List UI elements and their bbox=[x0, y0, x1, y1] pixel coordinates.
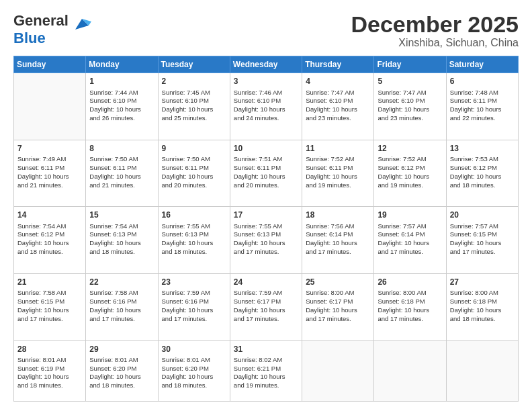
day-info: Sunrise: 7:47 AM Sunset: 6:10 PM Dayligh… bbox=[378, 89, 442, 123]
day-info: Sunrise: 7:46 AM Sunset: 6:10 PM Dayligh… bbox=[234, 89, 298, 123]
calendar-cell: 13Sunrise: 7:53 AM Sunset: 6:12 PM Dayli… bbox=[446, 140, 518, 207]
location: Xinshiba, Sichuan, China bbox=[351, 37, 519, 49]
calendar-table: Sunday Monday Tuesday Wednesday Thursday… bbox=[13, 56, 519, 402]
calendar-cell bbox=[302, 340, 374, 401]
day-info: Sunrise: 7:58 AM Sunset: 6:16 PM Dayligh… bbox=[89, 289, 154, 323]
day-number: 24 bbox=[234, 277, 298, 287]
day-number: 8 bbox=[89, 143, 154, 154]
day-info: Sunrise: 8:01 AM Sunset: 6:19 PM Dayligh… bbox=[17, 356, 82, 390]
day-info: Sunrise: 7:47 AM Sunset: 6:10 PM Dayligh… bbox=[306, 89, 370, 123]
logo: General Blue bbox=[13, 12, 91, 47]
day-info: Sunrise: 7:55 AM Sunset: 6:13 PM Dayligh… bbox=[234, 222, 298, 257]
day-number: 10 bbox=[234, 143, 298, 154]
day-info: Sunrise: 7:55 AM Sunset: 6:13 PM Dayligh… bbox=[162, 222, 226, 257]
calendar-week-5: 28Sunrise: 8:01 AM Sunset: 6:19 PM Dayli… bbox=[14, 340, 519, 401]
logo-text: General Blue bbox=[13, 12, 69, 47]
day-number: 20 bbox=[450, 210, 515, 220]
day-info: Sunrise: 7:59 AM Sunset: 6:16 PM Dayligh… bbox=[162, 289, 226, 323]
calendar-cell bbox=[374, 340, 446, 401]
calendar-cell: 31Sunrise: 8:02 AM Sunset: 6:21 PM Dayli… bbox=[230, 340, 302, 401]
calendar-cell: 3Sunrise: 7:46 AM Sunset: 6:10 PM Daylig… bbox=[230, 73, 302, 140]
day-info: Sunrise: 7:52 AM Sunset: 6:12 PM Dayligh… bbox=[378, 155, 442, 189]
day-number: 29 bbox=[89, 344, 154, 355]
calendar-cell: 20Sunrise: 7:57 AM Sunset: 6:15 PM Dayli… bbox=[446, 207, 518, 274]
day-info: Sunrise: 7:56 AM Sunset: 6:14 PM Dayligh… bbox=[306, 222, 370, 257]
day-number: 9 bbox=[162, 143, 226, 154]
day-number: 1 bbox=[89, 76, 154, 87]
calendar-week-2: 7Sunrise: 7:49 AM Sunset: 6:11 PM Daylig… bbox=[14, 140, 519, 207]
calendar-cell: 10Sunrise: 7:51 AM Sunset: 6:11 PM Dayli… bbox=[230, 140, 302, 207]
calendar-cell bbox=[446, 340, 518, 401]
calendar-cell: 25Sunrise: 8:00 AM Sunset: 6:17 PM Dayli… bbox=[302, 273, 374, 340]
day-info: Sunrise: 7:50 AM Sunset: 6:11 PM Dayligh… bbox=[89, 155, 154, 189]
day-number: 6 bbox=[450, 76, 515, 87]
day-number: 17 bbox=[234, 210, 298, 220]
day-info: Sunrise: 7:52 AM Sunset: 6:11 PM Dayligh… bbox=[306, 155, 370, 189]
calendar-cell: 28Sunrise: 8:01 AM Sunset: 6:19 PM Dayli… bbox=[14, 340, 86, 401]
day-info: Sunrise: 7:54 AM Sunset: 6:13 PM Dayligh… bbox=[89, 222, 154, 257]
day-number: 22 bbox=[89, 277, 154, 287]
day-number: 21 bbox=[17, 277, 82, 287]
day-info: Sunrise: 7:53 AM Sunset: 6:12 PM Dayligh… bbox=[450, 155, 515, 189]
page: General Blue December 2025 Xinshiba, Sic… bbox=[0, 0, 532, 411]
calendar-header-row: Sunday Monday Tuesday Wednesday Thursday… bbox=[14, 56, 519, 73]
col-sunday: Sunday bbox=[14, 56, 86, 73]
month-title: December 2025 bbox=[351, 12, 519, 37]
title-area: December 2025 Xinshiba, Sichuan, China bbox=[351, 12, 519, 49]
calendar-cell: 14Sunrise: 7:54 AM Sunset: 6:12 PM Dayli… bbox=[14, 207, 86, 274]
day-info: Sunrise: 7:44 AM Sunset: 6:10 PM Dayligh… bbox=[89, 89, 154, 123]
day-info: Sunrise: 8:00 AM Sunset: 6:17 PM Dayligh… bbox=[306, 289, 370, 323]
day-number: 15 bbox=[89, 210, 154, 220]
calendar-week-3: 14Sunrise: 7:54 AM Sunset: 6:12 PM Dayli… bbox=[14, 207, 519, 274]
calendar-cell bbox=[14, 73, 86, 140]
calendar-cell: 17Sunrise: 7:55 AM Sunset: 6:13 PM Dayli… bbox=[230, 207, 302, 274]
calendar-cell: 8Sunrise: 7:50 AM Sunset: 6:11 PM Daylig… bbox=[86, 140, 158, 207]
day-number: 27 bbox=[450, 277, 515, 287]
calendar-cell: 11Sunrise: 7:52 AM Sunset: 6:11 PM Dayli… bbox=[302, 140, 374, 207]
col-friday: Friday bbox=[374, 56, 446, 73]
day-info: Sunrise: 7:57 AM Sunset: 6:15 PM Dayligh… bbox=[450, 222, 515, 257]
day-number: 12 bbox=[378, 143, 442, 154]
col-thursday: Thursday bbox=[302, 56, 374, 73]
calendar-cell: 1Sunrise: 7:44 AM Sunset: 6:10 PM Daylig… bbox=[86, 73, 158, 140]
calendar-week-1: 1Sunrise: 7:44 AM Sunset: 6:10 PM Daylig… bbox=[14, 73, 519, 140]
calendar-cell: 30Sunrise: 8:01 AM Sunset: 6:20 PM Dayli… bbox=[158, 340, 230, 401]
day-number: 3 bbox=[234, 76, 298, 87]
day-number: 13 bbox=[450, 143, 515, 154]
day-info: Sunrise: 8:02 AM Sunset: 6:21 PM Dayligh… bbox=[234, 356, 298, 390]
day-number: 18 bbox=[306, 210, 370, 220]
day-number: 23 bbox=[162, 277, 226, 287]
day-info: Sunrise: 7:49 AM Sunset: 6:11 PM Dayligh… bbox=[17, 155, 82, 189]
day-number: 31 bbox=[234, 344, 298, 355]
day-info: Sunrise: 7:58 AM Sunset: 6:15 PM Dayligh… bbox=[17, 289, 82, 323]
day-number: 14 bbox=[17, 210, 82, 220]
calendar-cell: 22Sunrise: 7:58 AM Sunset: 6:16 PM Dayli… bbox=[86, 273, 158, 340]
day-info: Sunrise: 8:00 AM Sunset: 6:18 PM Dayligh… bbox=[378, 289, 442, 323]
day-info: Sunrise: 7:54 AM Sunset: 6:12 PM Dayligh… bbox=[17, 222, 82, 257]
calendar-cell: 6Sunrise: 7:48 AM Sunset: 6:11 PM Daylig… bbox=[446, 73, 518, 140]
day-info: Sunrise: 7:50 AM Sunset: 6:11 PM Dayligh… bbox=[162, 155, 226, 189]
header: General Blue December 2025 Xinshiba, Sic… bbox=[13, 12, 519, 49]
day-number: 7 bbox=[17, 143, 82, 154]
day-number: 16 bbox=[162, 210, 226, 220]
calendar-cell: 21Sunrise: 7:58 AM Sunset: 6:15 PM Dayli… bbox=[14, 273, 86, 340]
day-info: Sunrise: 8:01 AM Sunset: 6:20 PM Dayligh… bbox=[89, 356, 154, 390]
day-info: Sunrise: 7:59 AM Sunset: 6:17 PM Dayligh… bbox=[234, 289, 298, 323]
day-number: 25 bbox=[306, 277, 370, 287]
day-number: 26 bbox=[378, 277, 442, 287]
day-number: 19 bbox=[378, 210, 442, 220]
col-wednesday: Wednesday bbox=[230, 56, 302, 73]
day-info: Sunrise: 7:48 AM Sunset: 6:11 PM Dayligh… bbox=[450, 89, 515, 123]
day-number: 2 bbox=[162, 76, 226, 87]
day-number: 5 bbox=[378, 76, 442, 87]
day-info: Sunrise: 8:00 AM Sunset: 6:18 PM Dayligh… bbox=[450, 289, 515, 323]
calendar-cell: 4Sunrise: 7:47 AM Sunset: 6:10 PM Daylig… bbox=[302, 73, 374, 140]
day-number: 4 bbox=[306, 76, 370, 87]
day-number: 30 bbox=[162, 344, 226, 355]
calendar-cell: 27Sunrise: 8:00 AM Sunset: 6:18 PM Dayli… bbox=[446, 273, 518, 340]
calendar-week-4: 21Sunrise: 7:58 AM Sunset: 6:15 PM Dayli… bbox=[14, 273, 519, 340]
col-monday: Monday bbox=[86, 56, 158, 73]
calendar-cell: 19Sunrise: 7:57 AM Sunset: 6:14 PM Dayli… bbox=[374, 207, 446, 274]
col-saturday: Saturday bbox=[446, 56, 518, 73]
day-number: 28 bbox=[17, 344, 82, 355]
